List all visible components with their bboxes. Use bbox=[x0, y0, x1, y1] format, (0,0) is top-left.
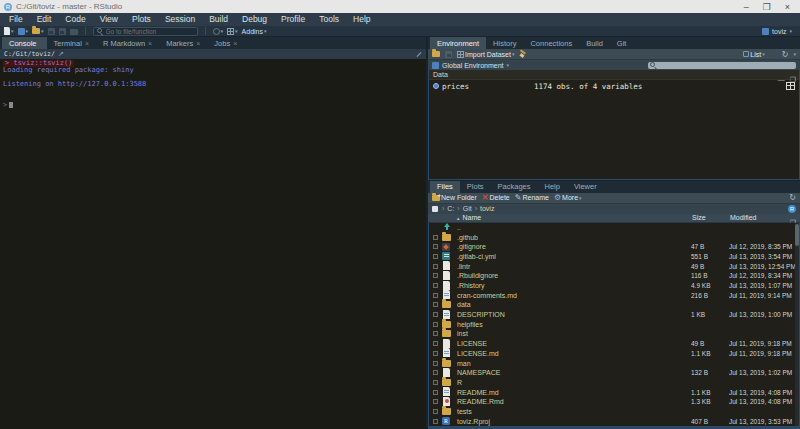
environment-tab[interactable]: Git bbox=[610, 37, 634, 49]
file-checkbox[interactable] bbox=[433, 264, 438, 269]
file-checkbox[interactable] bbox=[433, 302, 438, 307]
more-button[interactable]: ⚙ More ▾ bbox=[554, 194, 582, 202]
file-checkbox[interactable] bbox=[433, 361, 438, 366]
new-folder-button[interactable]: New Folder bbox=[432, 194, 477, 201]
environment-search[interactable] bbox=[648, 62, 796, 69]
menu-item[interactable]: View bbox=[93, 13, 125, 26]
delete-button[interactable]: ✕ Delete bbox=[482, 194, 510, 202]
file-checkbox[interactable] bbox=[433, 341, 438, 346]
resize-pane-icon[interactable] bbox=[415, 51, 422, 58]
size-column-header[interactable]: Size bbox=[692, 214, 730, 221]
menu-item[interactable]: Code bbox=[58, 13, 92, 26]
environment-tab[interactable]: Environment bbox=[430, 37, 486, 49]
minimize-pane-icon[interactable]: — bbox=[778, 75, 785, 85]
console-tab[interactable]: Markers × bbox=[159, 37, 207, 49]
file-row[interactable]: .. bbox=[429, 223, 799, 233]
save-workspace-button[interactable] bbox=[445, 51, 452, 58]
files-tab[interactable]: Help bbox=[537, 181, 566, 193]
file-checkbox[interactable] bbox=[433, 283, 438, 288]
file-row[interactable]: NAMESPACE 132 B Jul 13, 2019, 1:02 PM bbox=[429, 368, 799, 378]
file-name[interactable]: .. bbox=[457, 224, 461, 231]
files-tab[interactable]: Packages bbox=[491, 181, 538, 193]
environment-tab[interactable]: Connections bbox=[523, 37, 579, 49]
file-name[interactable]: LICENSE bbox=[457, 340, 487, 347]
addins-button[interactable]: Addins▾ bbox=[242, 28, 267, 35]
file-name[interactable]: cran-comments.md bbox=[457, 292, 517, 299]
file-row[interactable]: README.md 1.1 KB Jul 13, 2019, 4:08 PM bbox=[429, 387, 799, 397]
project-selector[interactable]: toviz ▾ bbox=[762, 28, 796, 35]
close-button[interactable]: × bbox=[785, 2, 790, 12]
rename-button[interactable]: ✎ Rename bbox=[515, 194, 549, 202]
file-row[interactable]: DESCRIPTION 1 KB Jul 13, 2019, 1:00 PM bbox=[429, 310, 799, 320]
file-name[interactable]: R bbox=[457, 379, 462, 386]
file-row[interactable]: man bbox=[429, 358, 799, 368]
file-name[interactable]: README.md bbox=[457, 389, 499, 396]
environment-search-input[interactable] bbox=[659, 62, 794, 68]
print-button[interactable] bbox=[70, 28, 78, 35]
menu-item[interactable]: Profile bbox=[274, 13, 312, 26]
file-checkbox[interactable] bbox=[433, 419, 438, 424]
breadcrumb-segment[interactable]: Git bbox=[454, 205, 471, 212]
file-checkbox[interactable] bbox=[433, 293, 438, 298]
console-output[interactable]: > tsviz::tsviz()Loading required package… bbox=[0, 59, 426, 429]
refresh-icon[interactable]: ↻ bbox=[782, 50, 789, 59]
menu-item[interactable]: Edit bbox=[30, 13, 59, 26]
file-row[interactable]: toviz.Rproj 407 B Jul 13, 2019, 3:53 PM bbox=[429, 416, 799, 426]
file-row[interactable]: cran-comments.md 216 B Jul 11, 2019, 9:1… bbox=[429, 290, 799, 300]
menu-item[interactable]: Session bbox=[158, 13, 202, 26]
files-tab[interactable]: Files bbox=[430, 181, 460, 193]
file-checkbox[interactable] bbox=[433, 235, 438, 240]
file-name[interactable]: README.Rmd bbox=[457, 398, 504, 405]
file-checkbox[interactable] bbox=[433, 390, 438, 395]
file-name[interactable]: inst bbox=[457, 330, 468, 337]
file-name[interactable]: .github bbox=[457, 234, 478, 241]
goto-file-search[interactable] bbox=[93, 27, 198, 36]
minimize-button[interactable]: – bbox=[744, 2, 749, 12]
environment-object-row[interactable]: prices 1174 obs. of 4 variables bbox=[429, 80, 799, 92]
new-file-button[interactable]: ▾ bbox=[4, 27, 14, 35]
file-name[interactable]: .gitlab-ci.yml bbox=[457, 253, 496, 260]
refresh-icon[interactable]: ↻ bbox=[789, 193, 796, 202]
file-name[interactable]: toviz.Rproj bbox=[457, 418, 490, 425]
file-name[interactable]: .lintr bbox=[457, 263, 470, 270]
new-project-button[interactable]: ▾ bbox=[18, 28, 29, 35]
file-name[interactable]: helpfiles bbox=[457, 321, 483, 328]
menu-item[interactable]: Help bbox=[346, 13, 377, 26]
go-to-directory-icon[interactable]: ↗ bbox=[58, 50, 64, 58]
menu-item[interactable]: Debug bbox=[235, 13, 274, 26]
file-row[interactable]: R bbox=[429, 378, 799, 388]
file-row[interactable]: README.Rmd 1.3 KB Jul 13, 2019, 4:08 PM bbox=[429, 397, 799, 407]
environment-tab[interactable]: History bbox=[486, 37, 523, 49]
save-button[interactable] bbox=[48, 28, 55, 35]
name-column-header[interactable]: Name bbox=[456, 214, 692, 221]
file-checkbox[interactable] bbox=[433, 273, 438, 278]
list-view-button[interactable]: List ▾ bbox=[743, 51, 764, 58]
environment-tab[interactable]: Build bbox=[579, 37, 610, 49]
file-name[interactable]: .Rhistory bbox=[457, 282, 485, 289]
goto-file-input[interactable] bbox=[106, 28, 194, 35]
file-name[interactable]: NAMESPACE bbox=[457, 369, 500, 376]
close-icon[interactable]: × bbox=[233, 40, 237, 47]
file-checkbox[interactable] bbox=[433, 331, 438, 336]
file-name[interactable]: tests bbox=[457, 408, 472, 415]
file-checkbox[interactable] bbox=[433, 322, 438, 327]
close-icon[interactable]: × bbox=[85, 40, 89, 47]
close-icon[interactable]: × bbox=[148, 40, 152, 47]
menu-item[interactable]: Build bbox=[202, 13, 235, 26]
file-name[interactable]: data bbox=[457, 301, 471, 308]
open-file-button[interactable]: ▾ bbox=[32, 28, 44, 34]
clear-workspace-button[interactable] bbox=[519, 50, 527, 58]
file-checkbox[interactable] bbox=[433, 312, 438, 317]
file-row[interactable]: LICENSE.md 1.1 KB Jul 11, 2019, 9:18 PM bbox=[429, 349, 799, 359]
maximize-pane-icon[interactable]: ❐ bbox=[790, 75, 796, 85]
file-row[interactable]: .Rbuildignore 116 B Jul 12, 2019, 8:34 P… bbox=[429, 271, 799, 281]
scrollbar[interactable] bbox=[795, 223, 799, 426]
file-name[interactable]: LICENSE.md bbox=[457, 350, 499, 357]
files-tab[interactable]: Plots bbox=[460, 181, 491, 193]
file-row[interactable]: .lintr 49 B Jul 13, 2019, 12:54 PM bbox=[429, 261, 799, 271]
file-name[interactable]: .Rbuildignore bbox=[457, 272, 498, 279]
menu-item[interactable]: Tools bbox=[312, 13, 346, 26]
tools-button[interactable]: ▾ bbox=[213, 28, 224, 35]
scope-selector[interactable]: Global Environment bbox=[442, 62, 503, 69]
breadcrumb-segment[interactable]: toviz bbox=[472, 205, 495, 212]
